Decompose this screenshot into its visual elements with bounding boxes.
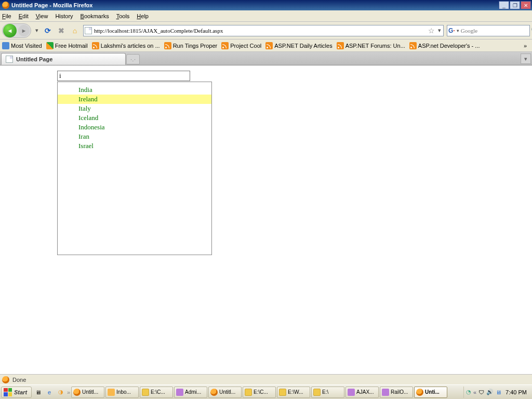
task-label: AJAX... xyxy=(356,389,374,395)
bookmark-label: Run Tings Proper xyxy=(173,43,218,49)
bookmarks-toolbar: Most VisitedFree HotmailLakshmi's articl… xyxy=(0,39,532,52)
task-label: Inbo... xyxy=(116,389,131,395)
quicklaunch-overflow[interactable]: » xyxy=(67,389,70,395)
taskbar-button[interactable]: Untitl... xyxy=(208,387,242,398)
taskbar-button[interactable]: E:\W... xyxy=(277,387,310,398)
start-button[interactable]: Start xyxy=(1,387,32,398)
task-label: E:\C... xyxy=(254,389,268,395)
window-titlebar: Untitled Page - Mozilla Firefox _ ❐ ✕ xyxy=(0,0,532,10)
reload-button[interactable]: ⟳ xyxy=(43,25,53,36)
close-button[interactable]: ✕ xyxy=(521,1,531,9)
url-input[interactable] xyxy=(94,28,426,34)
back-button[interactable]: ◄ xyxy=(3,24,17,37)
bookmark-item[interactable]: Lakshmi's articles on ... xyxy=(92,42,160,49)
bookmark-item[interactable]: Free Hotmail xyxy=(46,42,88,49)
rss-icon xyxy=(409,42,417,49)
bookmark-item[interactable]: ASP.NET Forums: Un... xyxy=(337,42,405,49)
status-text: Done xyxy=(12,377,26,383)
quicklaunch-ie[interactable]: e xyxy=(44,387,55,397)
tray-icon[interactable]: 🔊 xyxy=(486,389,494,395)
taskbar-button[interactable]: E:\ xyxy=(311,387,344,398)
tray-icon[interactable]: ◔ xyxy=(466,389,471,395)
bookmark-item[interactable]: Most Visited xyxy=(2,42,42,49)
menu-bar: File Edit View History Bookmarks Tools H… xyxy=(0,10,532,22)
taskbar-clock[interactable]: 7:40 PM xyxy=(503,389,529,395)
task-icon xyxy=(245,389,252,396)
menu-tools[interactable]: Tools xyxy=(116,13,130,19)
bookmark-item[interactable]: ASP.NET Daily Articles xyxy=(265,42,332,49)
tabs-list-button[interactable]: ▾ xyxy=(521,54,531,64)
taskbar-button[interactable]: Untitl... xyxy=(71,387,104,398)
tab-bar: Untitled Page ·․· ▾ xyxy=(0,52,532,65)
url-dropdown[interactable]: ▾ xyxy=(437,27,442,34)
task-label: Admi... xyxy=(185,389,201,395)
firefox-icon xyxy=(2,2,9,9)
rss-icon xyxy=(164,42,171,49)
tray-icon[interactable]: 🖥 xyxy=(496,389,501,395)
tab-active[interactable]: Untitled Page xyxy=(1,53,126,65)
back-forward-group: ◄ ► xyxy=(2,23,31,38)
task-icon xyxy=(348,389,355,396)
rss-icon xyxy=(92,42,99,49)
menu-view[interactable]: View xyxy=(36,13,48,19)
windows-taskbar: Start 🖥 e ◑ » Untitl...Inbo...E:\C...Adm… xyxy=(0,384,532,399)
menu-history[interactable]: History xyxy=(55,13,73,19)
bookmark-item[interactable]: ASP.net Developer's - ... xyxy=(409,42,480,49)
navigation-toolbar: ◄ ► ▾ ⟳ ✖ ⌂ ☆ ▾ G· ▾ 🔍 xyxy=(0,22,532,39)
url-bar[interactable]: ☆ ▾ xyxy=(83,25,444,36)
tray-expand[interactable]: « xyxy=(473,389,476,395)
bookmark-label: ASP.NET Daily Articles xyxy=(274,43,332,49)
rss-icon xyxy=(221,42,229,49)
bookmark-item[interactable]: Project Cool xyxy=(221,42,261,49)
google-icon: G· xyxy=(448,27,455,34)
rss-icon xyxy=(337,42,344,49)
menu-help[interactable]: Help xyxy=(137,13,149,19)
search-input[interactable] xyxy=(461,28,529,34)
taskbar-button[interactable]: Unti... xyxy=(414,387,447,398)
task-label: Unti... xyxy=(425,389,440,395)
taskbar-button[interactable]: E:\C... xyxy=(243,387,276,398)
taskbar-button[interactable]: Inbo... xyxy=(105,387,139,398)
task-icon xyxy=(142,389,149,396)
autocomplete-item[interactable]: Indonesia xyxy=(58,123,211,132)
bookmark-label: ASP.net Developer's - ... xyxy=(418,43,480,49)
system-tray: ◔ « 🛡 🔊 🖥 7:40 PM xyxy=(463,387,531,398)
autocomplete-item[interactable]: Iran xyxy=(58,132,211,141)
task-label: E:\W... xyxy=(288,389,303,395)
autocomplete-input[interactable] xyxy=(57,71,190,81)
taskbar-button[interactable]: Admi... xyxy=(174,387,207,398)
task-icon xyxy=(210,389,218,396)
bookmarks-overflow[interactable]: » xyxy=(521,43,530,49)
bookmark-item[interactable]: Run Tings Proper xyxy=(164,42,218,49)
search-bar[interactable]: G· ▾ 🔍 xyxy=(447,25,530,36)
history-dropdown[interactable]: ▾ xyxy=(34,27,39,34)
task-icon xyxy=(108,389,115,396)
taskbar-button[interactable]: RailO... xyxy=(380,387,413,398)
bookmark-star-icon[interactable]: ☆ xyxy=(428,26,435,35)
menu-edit[interactable]: Edit xyxy=(19,13,29,19)
maximize-button[interactable]: ❐ xyxy=(510,1,520,9)
minimize-button[interactable]: _ xyxy=(499,1,509,9)
tray-icon[interactable]: 🛡 xyxy=(478,389,484,395)
autocomplete-item[interactable]: Italy xyxy=(58,104,211,113)
search-engine-dropdown[interactable]: ▾ xyxy=(457,28,459,33)
stop-button[interactable]: ✖ xyxy=(56,25,66,36)
autocomplete-item[interactable]: Israel xyxy=(58,141,211,151)
taskbar-button[interactable]: AJAX... xyxy=(345,387,379,398)
task-icon xyxy=(382,389,389,396)
new-tab-button[interactable]: ·․· xyxy=(126,54,140,64)
autocomplete-item[interactable]: India xyxy=(58,85,211,95)
forward-button[interactable]: ► xyxy=(18,25,30,36)
rss-icon xyxy=(265,42,273,49)
quicklaunch-outlook[interactable]: ◑ xyxy=(56,387,66,397)
taskbar-button[interactable]: E:\C... xyxy=(140,387,173,398)
autocomplete-item[interactable]: Ireland xyxy=(58,95,211,104)
task-icon xyxy=(279,389,286,396)
quicklaunch-desktop[interactable]: 🖥 xyxy=(33,387,43,397)
menu-bookmarks[interactable]: Bookmarks xyxy=(81,13,109,19)
home-button[interactable]: ⌂ xyxy=(70,25,80,36)
firefox-status-icon xyxy=(2,376,9,383)
tab-page-icon xyxy=(6,56,13,63)
menu-file[interactable]: File xyxy=(2,13,11,19)
autocomplete-item[interactable]: Iceland xyxy=(58,113,211,123)
